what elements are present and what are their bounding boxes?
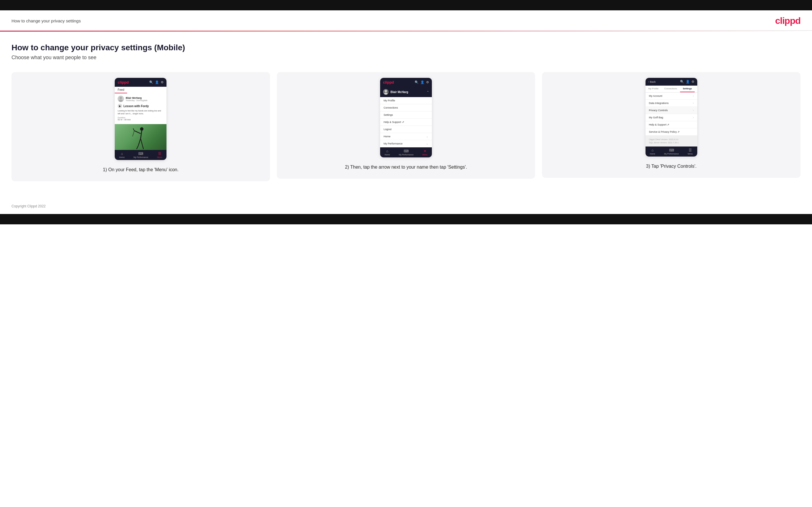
- phone2-bottom-nav: ⌂ Home ⌨ My Performance ✕ Menu: [380, 147, 432, 157]
- back-button[interactable]: ‹ Back: [648, 80, 656, 83]
- settings-row-data-integrations[interactable]: Data Integrations ›: [646, 100, 697, 107]
- nav3-menu-label: Menu: [688, 153, 693, 155]
- feed-lesson-desc: Looking to feel like my hands are exitin…: [117, 109, 164, 115]
- phone1-logo: clippd: [117, 80, 129, 84]
- settings-row-my-account[interactable]: My Account ›: [646, 93, 697, 100]
- tab-connections[interactable]: Connections: [661, 86, 680, 92]
- menu-item-settings[interactable]: Settings: [380, 111, 432, 119]
- menu-home-chevron: ⌄: [426, 135, 428, 138]
- menu-section-home-label: Home: [384, 135, 391, 138]
- nav-menu[interactable]: ☰ Menu: [157, 152, 162, 158]
- phone2-content: Blair McHarg ⌃ My Profile Connections Se…: [380, 87, 432, 147]
- home-icon3: ⌂: [652, 148, 654, 152]
- svg-line-3: [141, 131, 142, 138]
- nav2-close[interactable]: ✕ Menu: [422, 149, 427, 156]
- search-icon3: 🔍: [680, 80, 684, 83]
- home-icon2: ⌂: [386, 149, 388, 153]
- header: How to change your privacy settings clip…: [0, 10, 812, 31]
- phone1-bottom-nav: ⌂ Home ⌨ My Performance ☰ Menu: [115, 150, 166, 160]
- menu-item-profile[interactable]: My Profile: [380, 97, 432, 104]
- phone-1-mockup: clippd 🔍 👤 ⚙ Feed: [115, 78, 166, 160]
- feed-lesson-title: ▶ Lesson with Fordy: [117, 104, 164, 108]
- main-content: How to change your privacy settings (Mob…: [0, 32, 812, 199]
- feed-user: Blair McHarg Yesterday · Sunningdale: [117, 96, 164, 102]
- phone3-bottom-nav: ⌂ Home ⌨ My Performance ☰ Menu: [646, 147, 697, 157]
- menu-items-list: My Profile Connections Settings Help & S…: [380, 97, 432, 147]
- nav3-menu[interactable]: ☰ Menu: [688, 148, 693, 155]
- step-1-caption: 1) On your Feed, tap the 'Menu' icon.: [103, 166, 179, 173]
- feed-user-info: Blair McHarg Yesterday · Sunningdale: [125, 97, 148, 101]
- help-support-label: Help & Support ⇗: [649, 123, 670, 126]
- footer: Copyright Clippd 2022: [0, 199, 812, 214]
- header-title: How to change your privacy settings: [11, 18, 81, 23]
- svg-line-5: [133, 128, 134, 131]
- phone-3-mockup: ‹ Back 🔍 👤 ⚙ My Profile Connections Sett…: [646, 78, 697, 157]
- phone3-icons: 🔍 👤 ⚙: [680, 80, 695, 83]
- nav-home-label: Home: [119, 156, 125, 158]
- step-3-card: ‹ Back 🔍 👤 ⚙ My Profile Connections Sett…: [542, 72, 801, 178]
- phone2-menu-layer: Blair McHarg ⌃ My Profile Connections Se…: [380, 87, 432, 147]
- performance-icon: ⌨: [138, 152, 143, 156]
- menu-item-connections[interactable]: Connections: [380, 104, 432, 111]
- svg-line-10: [133, 131, 134, 136]
- settings-list: My Account › Data Integrations › Privacy…: [646, 93, 697, 135]
- tab-my-profile[interactable]: My Profile: [646, 86, 662, 92]
- phone2-logo: clippd: [383, 80, 394, 84]
- my-account-chevron: ›: [693, 95, 694, 97]
- settings-tabs: My Profile Connections Settings: [646, 86, 697, 93]
- top-bar: [0, 0, 812, 10]
- nav2-perf-label: My Performance: [399, 154, 413, 156]
- svg-line-4: [134, 131, 141, 133]
- phone1-topbar: clippd 🔍 👤 ⚙: [115, 78, 166, 87]
- settings-row-privacy-controls[interactable]: Privacy Controls ›: [646, 107, 697, 114]
- feed-user-meta: Yesterday · Sunningdale: [125, 99, 148, 101]
- phone1-content: Feed Blair McHarg Yesterday · Sunningdal…: [115, 87, 166, 150]
- menu-section-performance[interactable]: My Performance ⌄: [380, 140, 432, 147]
- settings-version: Clippd Client Version: 2022.8.3-3 GQL Se…: [646, 135, 697, 147]
- nav-performance-label: My Performance: [134, 156, 148, 158]
- svg-line-9: [142, 145, 144, 149]
- menu-user-row: Blair McHarg ⌃: [380, 87, 432, 97]
- menu-section-perf-label: My Performance: [384, 142, 403, 145]
- step-2-card: clippd 🔍 👤 ⚙: [277, 72, 536, 179]
- svg-point-2: [140, 127, 144, 131]
- settings-icon3: ⚙: [692, 80, 695, 83]
- feed-avatar: [117, 96, 124, 102]
- feed-username: Blair McHarg: [125, 97, 148, 99]
- my-account-label: My Account: [649, 95, 662, 97]
- logo: clippd: [775, 15, 801, 26]
- steps-row: clippd 🔍 👤 ⚙ Feed: [11, 72, 801, 181]
- feed-tab: Feed: [115, 87, 127, 93]
- settings-row-help[interactable]: Help & Support ⇗: [646, 121, 697, 128]
- privacy-policy-label: Service & Privacy Policy ⇗: [649, 130, 680, 133]
- nav3-perf-label: My Performance: [664, 153, 679, 155]
- close-icon: ✕: [423, 149, 426, 153]
- menu-arrow-up[interactable]: ⌃: [427, 91, 429, 94]
- menu-user-avatar: [383, 89, 389, 95]
- nav3-home-label: Home: [650, 153, 655, 155]
- step-2-caption: 2) Then, tap the arrow next to your name…: [345, 164, 467, 171]
- privacy-controls-label: Privacy Controls: [649, 109, 668, 112]
- performance-icon2: ⌨: [404, 149, 409, 153]
- tab-settings[interactable]: Settings: [680, 86, 695, 92]
- settings-row-privacy-policy[interactable]: Service & Privacy Policy ⇗: [646, 128, 697, 135]
- my-golf-bag-label: My Golf Bag: [649, 116, 663, 119]
- profile-icon3: 👤: [686, 80, 690, 83]
- menu-icon: ☰: [158, 152, 161, 156]
- menu-section-home[interactable]: Home ⌄: [380, 133, 432, 140]
- svg-line-7: [137, 146, 138, 149]
- nav2-home: ⌂ Home: [385, 149, 390, 156]
- feed-image: [115, 124, 166, 150]
- phone2-topbar: clippd 🔍 👤 ⚙: [380, 78, 432, 87]
- profile-icon: 👤: [155, 80, 159, 84]
- phone2-icons: 🔍 👤 ⚙: [415, 80, 429, 84]
- data-integrations-chevron: ›: [693, 102, 694, 105]
- nav-home: ⌂ Home: [119, 152, 125, 158]
- settings-icon: ⚙: [161, 80, 164, 84]
- nav-performance: ⌨ My Performance: [134, 152, 148, 158]
- menu-item-help[interactable]: Help & Support ⇗: [380, 119, 432, 126]
- svg-line-6: [138, 138, 141, 146]
- settings-row-my-golf-bag[interactable]: My Golf Bag ›: [646, 114, 697, 121]
- menu-item-logout[interactable]: Logout: [380, 126, 432, 133]
- svg-point-12: [384, 93, 388, 95]
